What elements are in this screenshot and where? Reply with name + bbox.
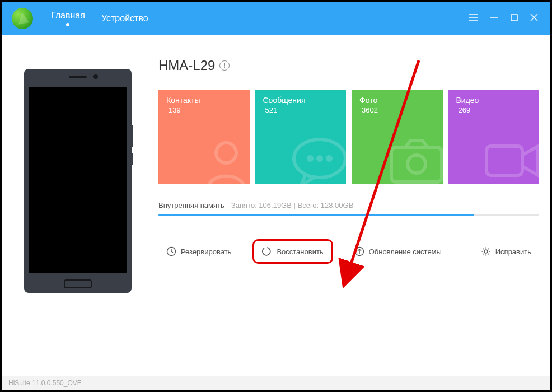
tab-home-label: Главная	[51, 11, 85, 21]
info-icon[interactable]: !	[219, 60, 230, 71]
clock-icon	[166, 246, 176, 256]
storage-progress	[158, 214, 539, 216]
tab-device[interactable]: Устройство	[93, 2, 156, 35]
tab-home[interactable]: Главная	[43, 2, 93, 35]
tile-photos-count: 3602	[359, 106, 435, 114]
svg-point-9	[308, 157, 312, 160]
close-icon[interactable]	[530, 13, 538, 24]
tile-video[interactable]: Видео 269	[448, 90, 540, 184]
fix-button[interactable]: Исправить	[473, 241, 539, 262]
tile-contacts[interactable]: Контакты 139	[158, 90, 250, 184]
restore-label: Восстановить	[277, 248, 323, 256]
app-header: Главная Устройство	[2, 2, 550, 35]
status-bar: HiSuite 11.0.0.550_OVE	[2, 376, 550, 390]
svg-point-11	[328, 157, 331, 160]
device-model: HMA-L29	[158, 58, 215, 73]
backup-button[interactable]: Резервировать	[158, 241, 239, 262]
update-label: Обновление системы	[369, 248, 442, 256]
tile-contacts-label: Контакты	[166, 96, 242, 105]
tile-photos[interactable]: Фото 3602	[352, 90, 443, 184]
svg-point-17	[484, 250, 488, 253]
main-content: HMA-L29 ! Контакты 139 Сообщения 521 Фот…	[2, 35, 550, 293]
tile-video-label: Видео	[456, 96, 532, 105]
tab-device-label: Устройство	[101, 13, 148, 24]
menu-icon[interactable]	[469, 13, 478, 24]
tile-photos-label: Фото	[359, 96, 435, 105]
window-controls	[469, 13, 550, 24]
svg-point-10	[318, 157, 321, 160]
phone-preview	[24, 69, 132, 293]
active-tab-indicator	[66, 23, 69, 26]
device-title: HMA-L29 !	[158, 58, 539, 73]
minimize-icon[interactable]	[490, 13, 498, 24]
backup-label: Резервировать	[181, 248, 231, 256]
tile-messages-label: Сообщения	[263, 96, 339, 105]
divider	[158, 230, 539, 230]
restore-icon	[262, 246, 272, 256]
svg-rect-4	[511, 15, 517, 21]
app-logo	[12, 8, 33, 29]
tile-messages[interactable]: Сообщения 521	[255, 90, 347, 184]
tile-contacts-count: 139	[166, 106, 242, 114]
restore-button[interactable]: Восстановить	[252, 239, 333, 264]
maximize-icon[interactable]	[511, 13, 518, 24]
update-icon	[354, 246, 364, 256]
update-button[interactable]: Обновление системы	[347, 241, 450, 262]
svg-point-13	[408, 155, 425, 173]
storage-usage: Занято: 106.19GB | Всего: 128.00GB	[231, 201, 354, 209]
storage-progress-fill	[158, 214, 474, 216]
tile-video-count: 269	[456, 106, 532, 114]
svg-rect-14	[486, 146, 522, 175]
gear-icon	[481, 246, 491, 256]
storage-title: Внутренняя память	[158, 201, 224, 209]
storage-section: Внутренняя память Занято: 106.19GB | Все…	[158, 201, 539, 216]
version-text: HiSuite 11.0.0.550_OVE	[8, 379, 82, 387]
svg-point-7	[216, 143, 236, 163]
svg-rect-12	[391, 147, 442, 182]
fix-label: Исправить	[495, 248, 531, 256]
tile-messages-count: 521	[263, 106, 339, 114]
